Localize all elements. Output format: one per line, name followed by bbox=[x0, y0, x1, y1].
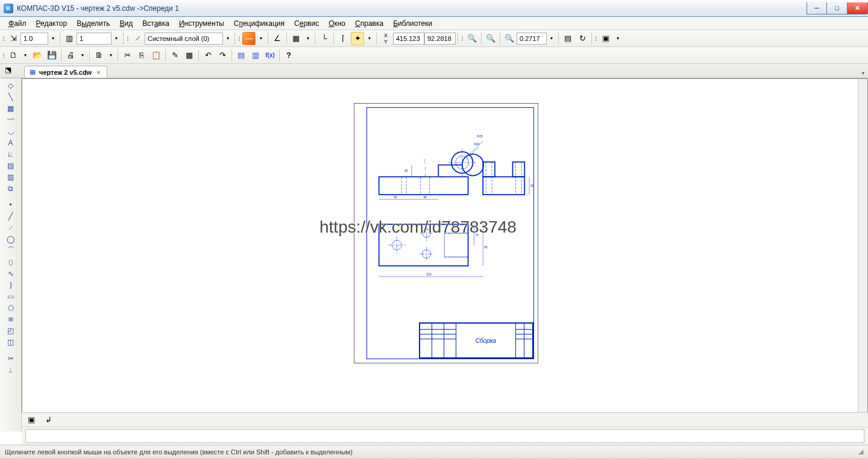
segment-tool-icon[interactable]: ╱ bbox=[4, 210, 17, 222]
cmd-apply-icon[interactable]: ↲ bbox=[42, 413, 55, 427]
menu-spec[interactable]: Спецификация bbox=[229, 18, 289, 29]
window-config-icon[interactable]: ▣ bbox=[599, 32, 612, 45]
views-manager-icon[interactable]: ▤ bbox=[561, 32, 574, 45]
aux-line-icon[interactable]: ⟋ bbox=[4, 222, 17, 233]
page-dropdown-arrow[interactable]: ▾ bbox=[112, 32, 121, 45]
menubar: Файл Редактор Выделить Вид Вставка Инстр… bbox=[0, 17, 868, 30]
layer-tool-icon[interactable]: ⟋ bbox=[131, 32, 144, 45]
extend-tool-icon[interactable]: ⟂ bbox=[4, 364, 17, 375]
resize-grip-icon[interactable]: ◢ bbox=[858, 448, 863, 456]
geometry-panel-icon[interactable]: ◇ bbox=[4, 80, 17, 91]
drawing-sheet: R25 R20 X Y 90 bbox=[354, 103, 538, 363]
roughness-tool-icon[interactable]: ▥ bbox=[4, 171, 17, 183]
coord-y-input[interactable]: 92.2818 bbox=[424, 33, 456, 45]
layer-dropdown[interactable]: Системный слой (0) bbox=[145, 33, 223, 45]
maximize-button[interactable]: □ bbox=[827, 2, 848, 14]
redo-icon[interactable]: ↷ bbox=[216, 49, 229, 62]
zoom-window-icon[interactable]: 🔍 bbox=[484, 32, 497, 45]
menu-select[interactable]: Выделить bbox=[72, 18, 115, 29]
linestyle-dropdown-arrow[interactable]: ▾ bbox=[257, 32, 265, 45]
ellipse-tool-icon[interactable]: ⬯ bbox=[4, 256, 17, 268]
refresh-view-icon[interactable]: ↻ bbox=[576, 32, 589, 45]
cut-icon[interactable]: ✂ bbox=[121, 49, 134, 62]
arc-tool-icon[interactable]: ◡ bbox=[4, 125, 17, 137]
snap-options-icon[interactable]: ✦ bbox=[351, 32, 364, 45]
copy-icon[interactable]: ⎘ bbox=[135, 49, 148, 62]
new-dropdown-arrow[interactable]: ▾ bbox=[21, 49, 30, 62]
canvas-area[interactable]: R25 R20 X Y 90 bbox=[22, 78, 868, 431]
menu-tools[interactable]: Инструменты bbox=[174, 18, 229, 29]
offset-tool-icon[interactable]: ≋ bbox=[4, 313, 17, 325]
menu-service[interactable]: Сервис bbox=[289, 18, 324, 29]
coord-x-input[interactable]: 415.123 bbox=[393, 33, 424, 45]
new-doc-icon[interactable]: 🗋 bbox=[7, 49, 20, 62]
layer-dropdown-arrow[interactable]: ▾ bbox=[224, 32, 232, 45]
menu-file[interactable]: Файл bbox=[4, 18, 31, 29]
spec-manager-icon[interactable]: ▥ bbox=[249, 49, 262, 62]
format-painter-icon[interactable]: ✎ bbox=[168, 49, 181, 62]
window-config-dropdown-arrow[interactable]: ▾ bbox=[614, 32, 622, 45]
paste-icon[interactable]: 📋 bbox=[149, 49, 163, 62]
trim-tool-icon[interactable]: ✂ bbox=[4, 353, 17, 364]
table-tool-icon[interactable]: ▤ bbox=[4, 160, 17, 171]
dimension-tool-icon[interactable]: ⟀ bbox=[4, 148, 17, 160]
command-input[interactable] bbox=[25, 429, 864, 443]
doc-tab-close-icon[interactable]: × bbox=[95, 69, 101, 76]
equid-tool-icon[interactable]: ◫ bbox=[4, 336, 17, 348]
page-dropdown[interactable]: 1 bbox=[77, 33, 112, 45]
zoom-dropdown[interactable]: 0.2717 bbox=[517, 33, 547, 45]
menu-window[interactable]: Окно bbox=[324, 18, 350, 29]
round-icon[interactable]: ⌈ bbox=[336, 32, 350, 45]
angle-snap-icon[interactable]: ∠ bbox=[271, 32, 284, 45]
scale-icon[interactable]: ⇲ bbox=[7, 32, 20, 45]
library-manager-icon[interactable]: ▤ bbox=[234, 49, 248, 62]
snap-dropdown-arrow[interactable]: ▾ bbox=[365, 32, 374, 45]
close-button[interactable]: ✕ bbox=[848, 2, 868, 14]
views-tool-icon[interactable]: ⧉ bbox=[4, 183, 17, 194]
coord-xy-icon[interactable]: XY bbox=[379, 32, 392, 45]
grid-icon[interactable]: ▦ bbox=[289, 32, 303, 45]
bezier-tool-icon[interactable]: ∿ bbox=[4, 268, 17, 279]
variables-icon[interactable]: f(x) bbox=[263, 49, 277, 62]
zoom-in-icon[interactable]: 🔍 bbox=[465, 32, 479, 45]
hatch-tool-icon[interactable]: ▦ bbox=[4, 102, 17, 114]
minimize-button[interactable]: ─ bbox=[807, 2, 827, 14]
doc-tab-active[interactable]: ▦ чертеж 2 v5.cdw × bbox=[24, 66, 107, 78]
arc2-tool-icon[interactable]: ⌒ bbox=[4, 245, 17, 256]
scale-dropdown-arrow[interactable]: ▾ bbox=[49, 32, 57, 45]
circle-tool-icon[interactable]: ◯ bbox=[4, 233, 17, 245]
menu-view[interactable]: Вид bbox=[115, 18, 138, 29]
ortho-icon[interactable]: └ bbox=[318, 32, 331, 45]
line-tool-icon[interactable]: ╲ bbox=[4, 91, 17, 102]
preview-dropdown-arrow[interactable]: ▾ bbox=[107, 49, 115, 62]
scrollbar-vertical[interactable] bbox=[858, 79, 867, 421]
save-icon[interactable]: 💾 bbox=[45, 49, 58, 62]
zoom-dropdown-arrow[interactable]: ▾ bbox=[547, 32, 556, 45]
menu-libs[interactable]: Библиотеки bbox=[388, 18, 437, 29]
linestyle-button[interactable]: — bbox=[242, 32, 256, 45]
menu-insert[interactable]: Вставка bbox=[137, 18, 174, 29]
undo-icon[interactable]: ↶ bbox=[201, 49, 215, 62]
print-icon[interactable]: 🖨 bbox=[64, 49, 77, 62]
properties-icon[interactable]: ▦ bbox=[183, 49, 196, 62]
cmd-stop-icon[interactable]: ▣ bbox=[25, 413, 38, 427]
spline-tool-icon[interactable]: 〰 bbox=[4, 114, 17, 125]
polygon-tool-icon[interactable]: ⬠ bbox=[4, 302, 17, 313]
rect-tool-icon[interactable]: ▭ bbox=[4, 290, 17, 302]
menu-help[interactable]: Справка bbox=[350, 18, 388, 29]
grid-dropdown-arrow[interactable]: ▾ bbox=[304, 32, 312, 45]
help-pointer-icon[interactable]: ? bbox=[282, 49, 295, 62]
text-tool-icon[interactable]: A bbox=[4, 137, 17, 148]
print-dropdown-arrow[interactable]: ▾ bbox=[78, 49, 87, 62]
point-tool-icon[interactable]: • bbox=[4, 199, 17, 210]
tab-home-icon[interactable]: ⬔ bbox=[5, 66, 14, 75]
zoom-fit-icon[interactable]: 🔍 bbox=[503, 32, 516, 45]
open-icon[interactable]: 📂 bbox=[31, 49, 44, 62]
fillet-tool-icon[interactable]: ⌋ bbox=[4, 279, 17, 290]
tab-overflow-arrow[interactable]: ▾ bbox=[858, 69, 868, 78]
preview-icon[interactable]: 🗎 bbox=[92, 49, 105, 62]
contour-tool-icon[interactable]: ◰ bbox=[4, 325, 17, 336]
menu-editor[interactable]: Редактор bbox=[31, 18, 72, 29]
page-icon[interactable]: ▥ bbox=[63, 32, 76, 45]
scale-dropdown[interactable]: 1.0 bbox=[20, 33, 48, 45]
